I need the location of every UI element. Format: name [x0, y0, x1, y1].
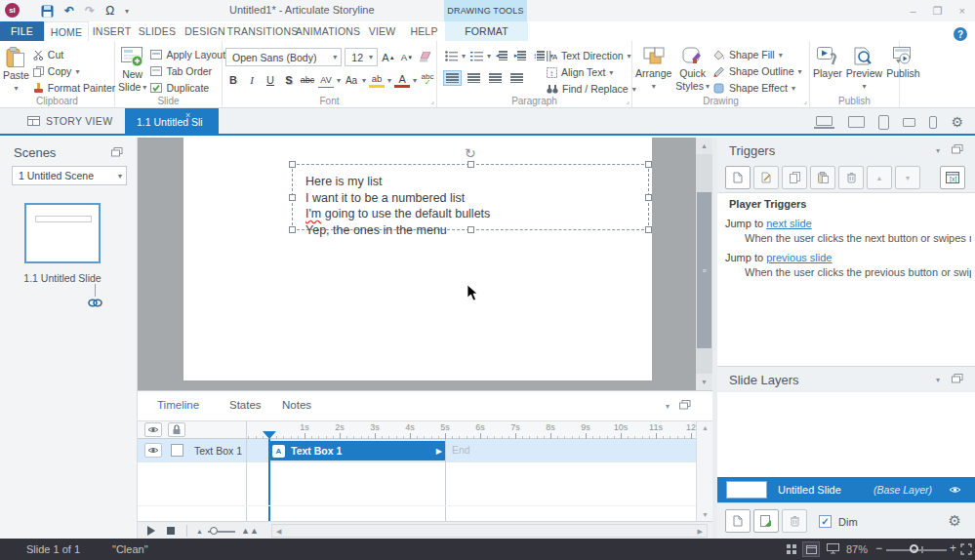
tab-notes[interactable]: Notes [282, 399, 311, 411]
spell-check-button[interactable]: abc✓ [420, 72, 435, 88]
slide-tab-close-icon[interactable]: × [185, 110, 190, 120]
timeline-horizontal-scrollbar[interactable]: ◀ ▶ [271, 524, 708, 538]
copy-button[interactable]: Copy ▾ [33, 63, 115, 79]
zoom-out-triangle-icon[interactable]: ▲ [196, 528, 203, 535]
increase-indent-icon[interactable]: ▸ [512, 48, 528, 63]
apply-layout-button[interactable]: Apply Layout ▾ [150, 47, 233, 62]
cut-button[interactable]: Cut [33, 47, 115, 62]
italic-button[interactable]: I [244, 72, 260, 88]
bullets-button[interactable] [443, 48, 459, 63]
delete-trigger-button[interactable] [838, 166, 864, 189]
edit-trigger-button[interactable] [753, 166, 779, 189]
strikethrough-button[interactable]: abc [300, 72, 315, 88]
duplicate-button[interactable]: Duplicate [150, 80, 233, 96]
trigger-item[interactable]: Jump to previous slide [725, 252, 832, 263]
tab-states[interactable]: States [229, 399, 262, 411]
object-visibility-eye-icon[interactable] [144, 443, 162, 458]
dim-checkbox[interactable]: ✓ [819, 515, 832, 528]
tab-transitions[interactable]: TRANSITIONS [230, 21, 295, 41]
laptop-icon[interactable] [816, 116, 834, 129]
drawing-dialog-launcher-icon[interactable]: ⌟ [803, 97, 807, 105]
tab-help[interactable]: HELP [403, 21, 445, 41]
tab-animations[interactable]: ANIMATIONS [295, 21, 361, 41]
font-name-select[interactable]: Open Sans (Body) ▾ [225, 48, 342, 66]
selected-text-box[interactable]: Here is my list I want it to be a number… [292, 164, 649, 230]
new-layer-button[interactable] [725, 509, 751, 533]
grow-font-button[interactable]: A▲ [381, 50, 396, 65]
shape-fill-button[interactable]: Shape Fill ▾ [713, 47, 802, 62]
base-layer-row[interactable]: Untitled Slide (Base Layer) [717, 477, 975, 502]
resize-handle-sw[interactable] [289, 226, 296, 233]
insert-symbol-icon[interactable]: Ω [105, 4, 114, 18]
show-hide-all-eye-icon[interactable] [144, 422, 162, 437]
text-direction-button[interactable]: A Text Direction ▾ [547, 48, 636, 63]
save-icon[interactable] [41, 5, 54, 18]
line-spacing-button[interactable]: ↕ [531, 48, 547, 63]
slide-canvas[interactable]: Here is my list I want it to be a number… [138, 138, 696, 390]
tab-home[interactable]: HOME [44, 21, 89, 41]
zoom-slider-handle[interactable] [210, 527, 218, 535]
timeline-object-row[interactable]: Text Box 1 A Text Box 1 ▶ End [138, 439, 712, 462]
timeline-collapse-icon[interactable] [679, 400, 691, 410]
new-trigger-button[interactable] [725, 166, 751, 189]
tab-view[interactable]: VIEW [361, 21, 403, 41]
format-painter-button[interactable]: Format Painter [33, 80, 115, 96]
scroll-down-icon[interactable]: ▼ [702, 511, 709, 518]
manage-variables-button[interactable]: [x] [940, 166, 965, 189]
playhead-handle[interactable] [263, 431, 276, 439]
paste-trigger-button[interactable] [810, 166, 835, 189]
paragraph-dialog-launcher-icon[interactable]: ⌟ [626, 97, 630, 105]
tab-order-button[interactable]: Tab Order [150, 63, 233, 79]
resize-handle-n[interactable] [467, 161, 474, 168]
decrease-indent-icon[interactable]: ◂ [494, 48, 509, 63]
shrink-font-button[interactable]: A▼ [399, 50, 415, 65]
scrollbar-thumb[interactable]: ≡ [697, 192, 711, 348]
bold-button[interactable]: B [225, 72, 241, 88]
move-trigger-down-button[interactable]: ▼ [895, 166, 920, 189]
phone-icon[interactable] [929, 116, 937, 129]
slide-thumbnail[interactable] [24, 203, 101, 263]
resize-handle-e[interactable] [645, 194, 652, 201]
object-lock-checkbox[interactable] [171, 444, 183, 457]
resize-handle-w[interactable] [289, 194, 296, 201]
timeline-ruler[interactable]: 1s2s3s4s5s6s7s8s9s10s11s12 [138, 421, 696, 439]
zoom-slider-handle[interactable] [910, 544, 918, 553]
triggers-menu-caret[interactable]: ▾ [936, 146, 940, 155]
preview-icon[interactable] [827, 543, 839, 554]
scroll-up-icon[interactable]: ▲ [702, 424, 709, 431]
close-button[interactable]: × [959, 5, 965, 17]
tab-file[interactable]: FILE [0, 21, 44, 41]
align-center-button[interactable] [465, 70, 483, 86]
zoom-in-triangles-icon[interactable]: ▲▲ [241, 526, 259, 536]
find-replace-button[interactable]: Find / Replace ▾ [547, 81, 636, 97]
scroll-left-icon[interactable]: ◀ [276, 528, 281, 536]
resize-handle-s[interactable] [467, 226, 474, 233]
scroll-up-icon[interactable]: ▲ [696, 138, 712, 154]
timeline-vertical-scrollbar[interactable]: ▲ ▼ [696, 421, 712, 521]
slide-tab-active[interactable]: 1.1 Untitled Sli [125, 108, 219, 136]
app-logo[interactable]: sl [5, 3, 20, 18]
slide-stage[interactable]: Here is my list I want it to be a number… [183, 138, 652, 380]
restore-button[interactable]: ❐ [933, 5, 943, 18]
story-view-icon[interactable] [787, 544, 791, 548]
timeline-menu-caret[interactable]: ▾ [666, 402, 670, 411]
scene-selector[interactable]: 1 Untitled Scene ▾ [12, 166, 127, 185]
play-icon[interactable] [147, 526, 155, 536]
slide-layers-collapse-icon[interactable] [952, 374, 963, 383]
shape-effect-button[interactable]: Shape Effect ▾ [713, 80, 802, 96]
redo-icon[interactable]: ↷ [85, 4, 95, 18]
align-text-button[interactable]: ↕ Align Text ▾ [547, 64, 636, 80]
fit-to-window-icon[interactable] [960, 543, 972, 555]
canvas-vertical-scrollbar[interactable]: ▲ ≡ ▼ [696, 138, 712, 390]
tablet-landscape-icon[interactable] [903, 118, 915, 127]
resize-handle-nw[interactable] [289, 161, 296, 168]
story-view-tab[interactable]: STORY VIEW [27, 115, 112, 127]
layer-visibility-eye-icon[interactable] [949, 485, 961, 495]
resize-handle-ne[interactable] [645, 161, 652, 168]
align-right-button[interactable] [486, 70, 505, 86]
align-left-button[interactable] [443, 70, 462, 86]
justify-button[interactable] [508, 70, 526, 86]
change-case-button[interactable]: Aa [344, 72, 359, 88]
player-settings-gear-icon[interactable]: ⚙ [951, 114, 963, 130]
bar-extend-arrow-icon[interactable]: ▶ [436, 447, 442, 456]
